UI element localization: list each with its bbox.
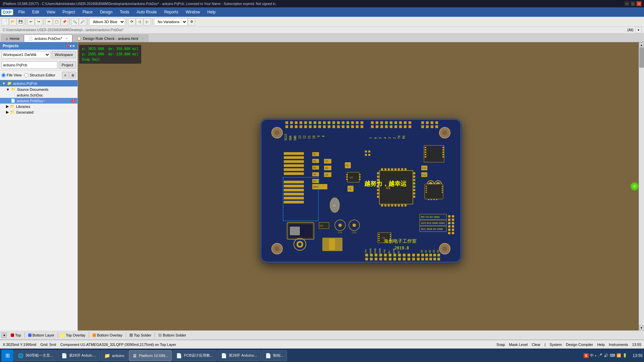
tree-generated[interactable]: ▶ 📁 Generated (0, 109, 77, 115)
tb-zoom-out[interactable]: 🔎 (79, 18, 86, 25)
tray-battery[interactable]: 🔋 (623, 353, 627, 358)
taskbar-arduino-doc[interactable]: 📄 第28开 Arduino... (217, 350, 261, 361)
view-icon-2[interactable]: ⊞ (69, 72, 76, 78)
svg-rect-126 (359, 176, 361, 178)
tray-s-icon[interactable]: S (584, 353, 589, 358)
system-label[interactable]: System (549, 343, 562, 347)
tb-settings[interactable]: ⚙ (188, 18, 195, 25)
layer-scroll-left[interactable]: ◄ (1, 333, 7, 338)
layer-botsolder-dot (158, 334, 162, 337)
menu-window[interactable]: Window (182, 9, 203, 15)
layer-bottom[interactable]: Bottom Layer (26, 333, 56, 338)
svg-rect-133 (384, 168, 386, 170)
panel-close[interactable]: ✕ (72, 44, 75, 48)
layer-top-overlay[interactable]: Top Overlay (59, 333, 88, 338)
minimize-btn[interactable]: ─ (625, 1, 629, 6)
close-btn[interactable]: ✕ (637, 1, 641, 6)
tab-pcbdoc[interactable]: 📄 arduino.PcbDoc* ✕ (24, 35, 72, 42)
tb-redo[interactable]: ↪ (35, 18, 42, 25)
layer-top-solder[interactable]: Top Solder (127, 333, 154, 338)
workspace-dropdown[interactable]: Workspace1 DarWik (1, 51, 50, 58)
maximize-btn[interactable]: □ (631, 1, 635, 6)
menu-design[interactable]: Design (97, 9, 116, 15)
altium-view-dropdown[interactable]: Altium 3D Blue (89, 18, 125, 25)
tb-copy[interactable]: 📋 (53, 18, 60, 25)
view-structure-radio[interactable]: Structure Editor (24, 73, 55, 77)
titlebar-controls[interactable]: ─ □ ✕ (625, 1, 641, 6)
tray-dot[interactable]: • (595, 354, 596, 358)
tray-volume[interactable]: 🔊 (604, 353, 608, 358)
scroll-thumb[interactable] (639, 48, 644, 68)
panel-menu[interactable]: ▾ (70, 44, 71, 48)
menu-project[interactable]: Project (59, 9, 78, 15)
design-compiler-label[interactable]: Design Compiler (566, 343, 593, 347)
tb-zoom-in[interactable]: 🔍 (71, 18, 78, 25)
panel-pin[interactable]: 📌 (65, 44, 69, 48)
project-button[interactable]: Project (59, 61, 76, 69)
tab-pcbdoc-close[interactable]: ✕ (65, 37, 68, 40)
tree-source-docs[interactable]: ▼ 📁 Source Documents (0, 86, 77, 92)
tree-libraries[interactable]: ▶ 📁 Libraries (0, 104, 77, 109)
green-indicator[interactable] (631, 182, 639, 190)
svg-rect-144 (394, 204, 396, 206)
tab-drc-close[interactable]: ✕ (141, 37, 144, 40)
variation-dropdown[interactable]: No Variations (154, 18, 187, 25)
menu-reports[interactable]: Reports (161, 9, 181, 15)
layer-bottom-solder[interactable]: Bottom Solder (156, 333, 188, 338)
tray-mic[interactable]: 🎤 (598, 353, 602, 358)
layer-bottom-overlay[interactable]: Bottom Overlay (91, 333, 124, 338)
menu-place[interactable]: Place (79, 9, 96, 15)
view-file-radio[interactable]: File View (1, 73, 21, 77)
taskbar-pcb-edu[interactable]: 📄 PCB设计应用教... (172, 350, 217, 361)
tree-schdoc[interactable]: 📄 arduino.SchDoc (0, 92, 77, 98)
tray-keyboard[interactable]: ⌨ (610, 353, 615, 358)
menu-tools[interactable]: Tools (116, 9, 132, 15)
svg-rect-169 (425, 147, 426, 148)
canvas-area[interactable]: x: 3025.000 dx: 350.000 mil y: 1995.000 … (78, 42, 644, 330)
tb-back[interactable]: ◁ (136, 18, 143, 25)
help-label[interactable]: Help (597, 343, 605, 347)
tb-undo[interactable]: ↩ (27, 18, 35, 25)
tray-network[interactable]: 📶 (616, 353, 621, 358)
svg-rect-127 (359, 179, 361, 180)
menu-help[interactable]: Help (204, 9, 219, 15)
svg-rect-273 (428, 199, 429, 200)
panel-controls[interactable]: 📌 ▾ ✕ (65, 44, 75, 48)
scroll-down-btn[interactable]: ▼ (639, 325, 644, 330)
taskbar-platform[interactable]: 🖥 Platform 10.589... (129, 350, 172, 361)
scroll-up-btn[interactable]: ▲ (639, 42, 644, 48)
project-input[interactable] (1, 61, 57, 69)
menu-autoroute[interactable]: Auto Route (133, 9, 160, 15)
taskbar-arduino-folder[interactable]: 📁 arduino (101, 350, 128, 361)
menu-view[interactable]: View (43, 9, 59, 15)
tab-drc[interactable]: 📋 Design Rule Check - arduino.html ✕ (72, 35, 148, 42)
start-button[interactable]: ⊞ (1, 350, 13, 362)
tb-new[interactable]: 📄 (1, 18, 9, 25)
right-scrollbar[interactable]: ▲ ▼ (639, 42, 644, 330)
clear-label[interactable]: Clear (532, 343, 540, 347)
scroll-track[interactable] (639, 48, 644, 325)
workspace-button[interactable]: Workspace (52, 51, 76, 58)
tb-forward[interactable]: ▷ (144, 18, 151, 25)
mask-level-label[interactable]: Mask Level (509, 343, 528, 347)
taskbar-360[interactable]: 🌐 360导航一主页... (14, 350, 57, 361)
path-btn[interactable]: ▾ (635, 27, 641, 33)
tb-refresh[interactable]: ⟳ (128, 18, 136, 25)
taskbar-pdf[interactable]: 📄 第28开 Arduin.... (58, 350, 100, 361)
tb-cut[interactable]: ✂ (45, 18, 53, 25)
snap-label[interactable]: Snap (496, 343, 505, 347)
tree-root[interactable]: ▼ 📁 arduino.PrjPcb (0, 80, 77, 86)
tray-ime[interactable]: 中 (590, 353, 594, 358)
taskbar-zhichuang[interactable]: 📄 制创... (262, 350, 287, 361)
tb-paste[interactable]: 📌 (61, 18, 68, 25)
tb-open[interactable]: 📂 (9, 18, 16, 25)
instruments-label[interactable]: Instruments (609, 343, 628, 347)
tb-save[interactable]: 💾 (17, 18, 24, 25)
layer-top[interactable]: Top (9, 333, 23, 338)
tree-pcbdoc[interactable]: 📄 arduino.PcbDoc~ ! (0, 98, 77, 104)
menu-edit[interactable]: Edit (29, 9, 43, 15)
tab-home[interactable]: ⌂ Home (1, 35, 24, 42)
dxp-logo[interactable]: DXP (1, 9, 13, 15)
view-icon-1[interactable]: ≡ (62, 72, 69, 78)
menu-file[interactable]: File (15, 9, 28, 15)
